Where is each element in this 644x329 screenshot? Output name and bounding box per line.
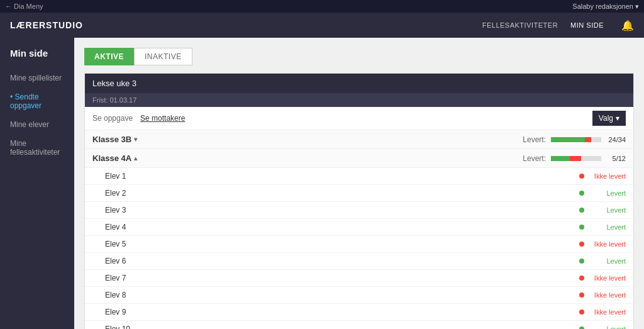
status-dot-green [579, 259, 584, 264]
student-row: Elev 6 Levert [85, 253, 633, 270]
task-header: Lekse uke 3 [85, 74, 633, 93]
tabs: AKTIVE INAKTIVE [84, 48, 634, 65]
topbar: ← Dia Meny Salaby redaksjonen ▾ [0, 0, 644, 13]
task-title: Lekse uke 3 [92, 79, 136, 88]
status-dot-red [579, 309, 584, 315]
bell-icon[interactable]: 🔔 [621, 20, 634, 31]
progress-bar-3b [551, 137, 601, 142]
student-row: Elev 3 Levert [85, 202, 633, 219]
status-text: Ikke levert [588, 240, 626, 248]
student-name: Elev 3 [105, 206, 579, 215]
student-row: Elev 10 Levert [85, 321, 633, 329]
sidebar-title: Min side [0, 48, 74, 69]
class-row-4a[interactable]: Klasse 4A ▴ Levert: 5/12 [85, 149, 633, 168]
progress-count-3b: 24/34 [604, 136, 626, 143]
topbar-left: ← Dia Meny [5, 3, 572, 10]
status-text: Levert [588, 257, 626, 265]
valg-chevron-icon: ▾ [616, 114, 619, 123]
status-text: Ikke levert [588, 308, 626, 316]
student-row: Elev 4 Levert [85, 219, 633, 236]
task-actions: Se oppgave Se mottakere Valg ▾ [85, 107, 633, 130]
sidebar: Min side Mine spillelister Sendte oppgav… [0, 38, 74, 329]
student-row: Elev 9 Ikke levert [85, 304, 633, 321]
student-name: Elev 5 [105, 240, 579, 248]
chevron-down-icon: ▾ [134, 136, 137, 143]
student-row: Elev 1 Ikke levert [85, 168, 633, 185]
progress-count-4a: 5/12 [604, 155, 626, 162]
status-dot-red [579, 293, 584, 298]
student-row: Elev 8 Ikke levert [85, 287, 633, 304]
task-frist: Frist: 01.03.17 [85, 93, 633, 107]
task-card: Lekse uke 3 Frist: 01.03.17 Se oppgave S… [84, 73, 634, 329]
student-name: Elev 10 [105, 325, 579, 329]
status-dot-green [579, 326, 584, 329]
student-name: Elev 2 [105, 189, 579, 198]
student-name: Elev 7 [105, 274, 579, 282]
status-dot-red [579, 174, 584, 179]
class-row-3b[interactable]: Klasse 3B ▾ Levert: 24/34 [85, 130, 633, 149]
student-name: Elev 1 [105, 172, 579, 181]
tab-inaktive[interactable]: INAKTIVE [134, 48, 192, 65]
chevron-up-icon: ▴ [134, 155, 137, 162]
status-dot-green [579, 225, 584, 230]
progress-bar-4a [551, 156, 601, 161]
class-name-3b: Klasse 3B ▾ [92, 135, 168, 144]
status-text: Levert [588, 223, 626, 231]
status-dot-green [579, 191, 584, 196]
status-dot-green [579, 208, 584, 213]
levert-label-3b: Levert: [523, 135, 546, 144]
student-row: Elev 5 Ikke levert [85, 236, 633, 253]
student-name: Elev 4 [105, 223, 579, 231]
status-text: Levert [588, 325, 626, 329]
sidebar-item-mine-elever[interactable]: Mine elever [0, 115, 74, 134]
nav-min-side[interactable]: MIN SIDE [570, 21, 604, 29]
topbar-user[interactable]: Salaby redaksjonen ▾ [572, 3, 639, 11]
layout: Min side Mine spillelister Sendte oppgav… [0, 38, 644, 329]
status-text: Ikke levert [588, 274, 626, 282]
class-name-4a: Klasse 4A ▴ [92, 153, 168, 163]
main-content: AKTIVE INAKTIVE Lekse uke 3 Frist: 01.03… [74, 38, 644, 329]
tab-aktive[interactable]: AKTIVE [84, 48, 134, 65]
progress-4a: 5/12 [551, 155, 626, 162]
status-text: Ikke levert [588, 172, 626, 180]
progress-3b: 24/34 [551, 136, 626, 143]
status-text: Levert [588, 189, 626, 197]
header-nav: FELLESAKTIVITETER MIN SIDE 🔔 [482, 20, 634, 31]
sidebar-item-fellesaktiviteter[interactable]: Mine fellesaktiviteter [0, 134, 74, 162]
se-oppgave-link[interactable]: Se oppgave [92, 114, 133, 123]
student-row: Elev 7 Ikke levert [85, 270, 633, 287]
status-dot-red [579, 276, 584, 281]
nav-fellesaktiviteter[interactable]: FELLESAKTIVITETER [482, 21, 558, 29]
student-name: Elev 9 [105, 308, 579, 316]
student-row: Elev 2 Levert [85, 185, 633, 202]
se-mottakere-link[interactable]: Se mottakere [140, 114, 185, 123]
sidebar-item-sendte-oppgaver[interactable]: Sendte oppgaver [0, 87, 74, 115]
student-name: Elev 6 [105, 257, 579, 265]
sidebar-item-spillelister[interactable]: Mine spillelister [0, 69, 74, 87]
browser-info: ← Dia Meny [5, 3, 43, 10]
header: LÆRERSTUDIO FELLESAKTIVITETER MIN SIDE 🔔 [0, 13, 644, 38]
logo: LÆRERSTUDIO [10, 20, 482, 30]
levert-label-4a: Levert: [523, 154, 546, 163]
valg-label: Valg [599, 114, 613, 123]
valg-button[interactable]: Valg ▾ [592, 111, 626, 126]
status-text: Ikke levert [588, 291, 626, 299]
status-dot-red [579, 242, 584, 247]
student-name: Elev 8 [105, 291, 579, 299]
status-text: Levert [588, 206, 626, 214]
